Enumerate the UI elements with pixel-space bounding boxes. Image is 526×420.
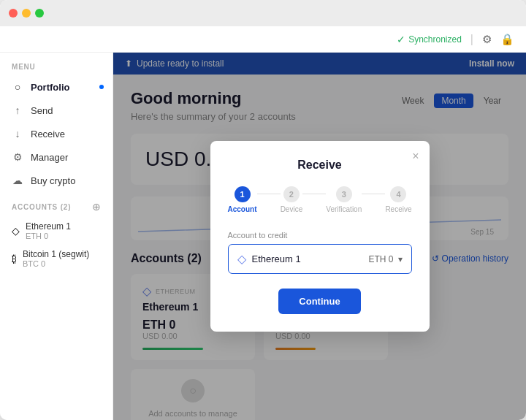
sidebar-account-bitcoin[interactable]: ₿ Bitcoin 1 (segwit) BTC 0 — [0, 245, 113, 272]
continue-button[interactable]: Continue — [278, 289, 360, 314]
maximize-button[interactable] — [35, 9, 44, 18]
bitcoin-info: Bitcoin 1 (segwit) BTC 0 — [23, 249, 89, 268]
ethereum-info: Ethereum 1 ETH 0 — [26, 221, 71, 240]
account-select-right: ETH 0 ▾ — [368, 254, 402, 264]
eth-select-icon: ◇ — [237, 252, 246, 266]
status-divider: | — [470, 33, 473, 46]
modal-steps: 1 Account 2 Device 3 Verification — [228, 186, 412, 213]
traffic-lights — [9, 9, 44, 18]
step-receive: 4 Receive — [385, 186, 411, 213]
step-receive-label: Receive — [385, 205, 411, 213]
receive-modal: × Receive 1 Account 2 Device — [210, 141, 430, 332]
modal-title: Receive — [228, 159, 412, 172]
bitcoin-icon: ₿ — [12, 253, 17, 264]
sidebar-item-receive-label: Receive — [31, 129, 65, 140]
sidebar-item-manager-label: Manager — [31, 152, 68, 163]
add-account-sidebar-icon[interactable]: ⊕ — [92, 201, 101, 213]
main-layout: MENU ○ Portfolio ↑ Send ↓ Receive ⚙ Mana… — [0, 53, 526, 420]
send-icon: ↑ — [12, 104, 23, 116]
sidebar-item-buycrypto-label: Buy crypto — [31, 175, 75, 186]
ethereum-balance: ETH 0 — [26, 232, 71, 240]
dropdown-chevron-icon: ▾ — [398, 254, 403, 264]
status-bar: ✓ Synchronized | ⚙ 🔒 — [0, 26, 526, 53]
step-receive-circle: 4 — [390, 186, 406, 202]
portfolio-icon: ○ — [12, 81, 23, 93]
step-account-circle: 1 — [235, 186, 251, 202]
selected-account-name: Ethereum 1 — [252, 253, 301, 264]
gear-icon[interactable]: ⚙ — [482, 33, 492, 46]
modal-overlay: × Receive 1 Account 2 Device — [113, 53, 526, 420]
menu-label: MENU — [0, 63, 113, 71]
sidebar-item-send[interactable]: ↑ Send — [0, 99, 113, 122]
sidebar-item-buycrypto[interactable]: ☁ Buy crypto — [0, 169, 113, 192]
accounts-header: ACCOUNTS (2) ⊕ — [0, 192, 113, 217]
lock-icon[interactable]: 🔒 — [500, 33, 514, 46]
receive-icon: ↓ — [12, 128, 23, 140]
app-window: ✓ Synchronized | ⚙ 🔒 MENU ○ Portfolio ↑ … — [0, 0, 526, 420]
bitcoin-balance: BTC 0 — [23, 259, 89, 268]
ethereum-name: Ethereum 1 — [26, 221, 71, 232]
main-content: ⬆ Update ready to install Install now Go… — [113, 53, 526, 420]
account-select-left: ◇ Ethereum 1 — [237, 252, 301, 266]
sidebar-account-ethereum[interactable]: ◇ Ethereum 1 ETH 0 — [0, 217, 113, 245]
step-account: 1 Account — [228, 186, 257, 213]
modal-close-button[interactable]: × — [412, 150, 419, 163]
minimize-button[interactable] — [22, 9, 31, 18]
step-connector-2 — [302, 194, 326, 194]
step-device-label: Device — [281, 205, 303, 213]
title-bar — [0, 0, 526, 26]
sidebar-item-receive[interactable]: ↓ Receive — [0, 122, 113, 145]
accounts-section-label: ACCOUNTS (2) — [12, 203, 71, 211]
manager-icon: ⚙ — [12, 151, 23, 163]
sidebar-item-manager[interactable]: ⚙ Manager — [0, 145, 113, 169]
selected-network-label: ETH 0 — [368, 254, 393, 264]
step-connector-3 — [362, 194, 385, 194]
form-label: Account to credit — [228, 231, 412, 240]
step-verification-label: Verification — [326, 205, 362, 213]
sidebar: MENU ○ Portfolio ↑ Send ↓ Receive ⚙ Mana… — [0, 53, 113, 420]
step-device-circle: 2 — [283, 186, 300, 202]
step-connector-1 — [257, 194, 281, 194]
step-verification: 3 Verification — [326, 186, 362, 213]
sync-label: Synchronized — [408, 34, 462, 45]
account-select-dropdown[interactable]: ◇ Ethereum 1 ETH 0 ▾ — [228, 244, 412, 274]
sidebar-item-portfolio-label: Portfolio — [31, 82, 69, 93]
sidebar-item-portfolio[interactable]: ○ Portfolio — [0, 75, 113, 99]
ethereum-icon: ◇ — [12, 225, 20, 237]
buycrypto-icon: ☁ — [12, 175, 23, 186]
sync-icon: ✓ — [397, 34, 405, 45]
sidebar-item-send-label: Send — [31, 105, 53, 116]
sync-badge: ✓ Synchronized — [397, 34, 462, 45]
step-account-label: Account — [228, 205, 257, 213]
step-verification-circle: 3 — [336, 186, 352, 202]
close-button[interactable] — [9, 9, 18, 18]
step-device: 2 Device — [281, 186, 303, 213]
bitcoin-name: Bitcoin 1 (segwit) — [23, 249, 89, 259]
